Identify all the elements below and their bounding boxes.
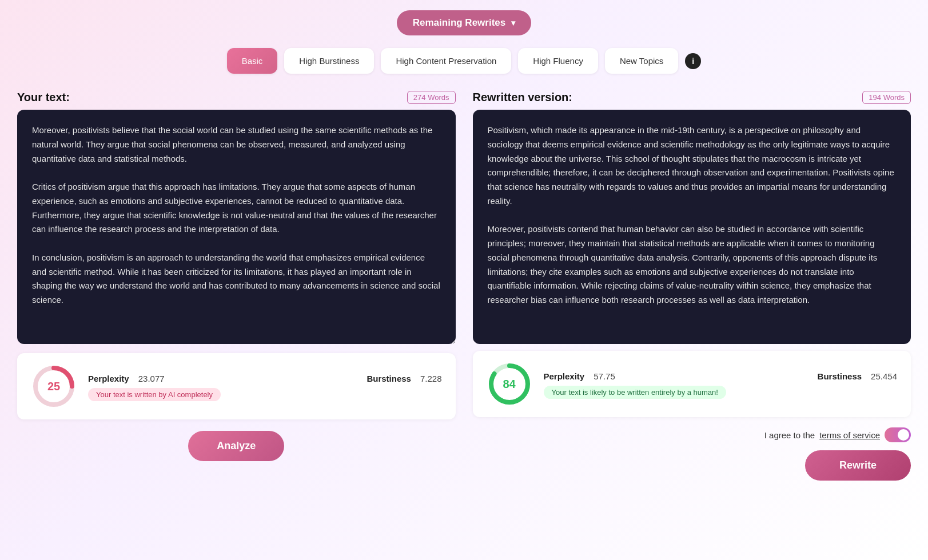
analyze-action-row: Analyze xyxy=(17,431,456,461)
left-status-badge: Your text is written by AI completely xyxy=(88,388,221,401)
right-panel-header: Rewritten version: 194 Words xyxy=(473,91,911,104)
left-panel-header: Your text: 274 Words xyxy=(17,91,456,104)
left-perplexity: Perplexity 23.077 xyxy=(88,374,165,383)
left-stats-grid: Perplexity 23.077 Burstiness 7.228 Your … xyxy=(88,374,442,399)
right-stats-row: Perplexity 57.75 Burstiness 25.454 xyxy=(544,371,898,381)
right-burstiness-label: Burstiness xyxy=(818,371,862,381)
left-gauge-label: 25 xyxy=(47,380,60,393)
left-status-badge-row: Your text is written by AI completely xyxy=(88,389,442,399)
left-stats-row: Perplexity 23.077 Burstiness 7.228 xyxy=(88,374,442,383)
left-word-count: 274 Words xyxy=(407,91,456,104)
left-perplexity-label: Perplexity xyxy=(88,374,129,383)
left-stats-card: 25 Perplexity 23.077 Burstiness 7.228 Yo… xyxy=(17,353,456,419)
right-perplexity: Perplexity 57.75 xyxy=(544,371,615,381)
info-icon[interactable]: i xyxy=(685,53,701,69)
left-panel: Your text: 274 Words Moreover, positivis… xyxy=(17,91,456,481)
tabs-row: Basic High Burstiness High Content Prese… xyxy=(0,48,928,74)
left-panel-title: Your text: xyxy=(17,91,70,104)
left-gauge: 25 xyxy=(31,363,77,409)
tos-text: I agree to the xyxy=(764,430,815,440)
right-panel-title: Rewritten version: xyxy=(473,91,572,104)
right-status-badge-row: Your text is likely to be written entire… xyxy=(544,387,898,397)
right-stats-card: 84 Perplexity 57.75 Burstiness 25.454 Yo… xyxy=(473,351,911,417)
right-status-badge: Your text is likely to be written entire… xyxy=(544,386,726,399)
right-burstiness: Burstiness 25.454 xyxy=(818,371,897,381)
left-perplexity-value: 23.077 xyxy=(138,374,165,383)
left-text-input[interactable]: Moreover, positivists believe that the s… xyxy=(17,110,456,344)
tab-basic[interactable]: Basic xyxy=(227,48,278,74)
right-burstiness-value: 25.454 xyxy=(871,371,897,381)
right-word-count: 194 Words xyxy=(862,91,911,104)
tab-high-content-preservation[interactable]: High Content Preservation xyxy=(381,48,511,74)
left-burstiness-label: Burstiness xyxy=(367,374,411,383)
tab-high-fluency[interactable]: High Fluency xyxy=(518,48,598,74)
right-bottom-actions: I agree to the terms of service Rewrite xyxy=(473,427,911,481)
tos-toggle[interactable] xyxy=(885,427,911,442)
left-burstiness: Burstiness 7.228 xyxy=(367,374,441,383)
main-content: Your text: 274 Words Moreover, positivis… xyxy=(0,91,928,481)
analyze-button[interactable]: Analyze xyxy=(188,431,284,461)
right-stats-grid: Perplexity 57.75 Burstiness 25.454 Your … xyxy=(544,371,898,397)
right-gauge: 84 xyxy=(487,361,532,407)
left-burstiness-value: 7.228 xyxy=(420,374,442,383)
right-panel: Rewritten version: 194 Words Positivism,… xyxy=(473,91,911,481)
remaining-rewrites-button[interactable]: Remaining Rewrites ▾ xyxy=(397,10,532,35)
rewrite-button[interactable]: Rewrite xyxy=(805,450,911,481)
right-perplexity-value: 57.75 xyxy=(594,371,615,381)
tos-row: I agree to the terms of service xyxy=(764,427,911,442)
right-text-display: Positivism, which made its appearance in… xyxy=(473,110,911,344)
tab-new-topics[interactable]: New Topics xyxy=(605,48,678,74)
tab-high-burstiness[interactable]: High Burstiness xyxy=(284,48,374,74)
tos-link[interactable]: terms of service xyxy=(819,430,880,440)
remaining-rewrites-label: Remaining Rewrites xyxy=(413,17,506,29)
right-perplexity-label: Perplexity xyxy=(544,371,585,381)
top-bar: Remaining Rewrites ▾ xyxy=(0,0,928,48)
chevron-down-icon: ▾ xyxy=(511,18,515,27)
right-gauge-label: 84 xyxy=(503,378,515,391)
